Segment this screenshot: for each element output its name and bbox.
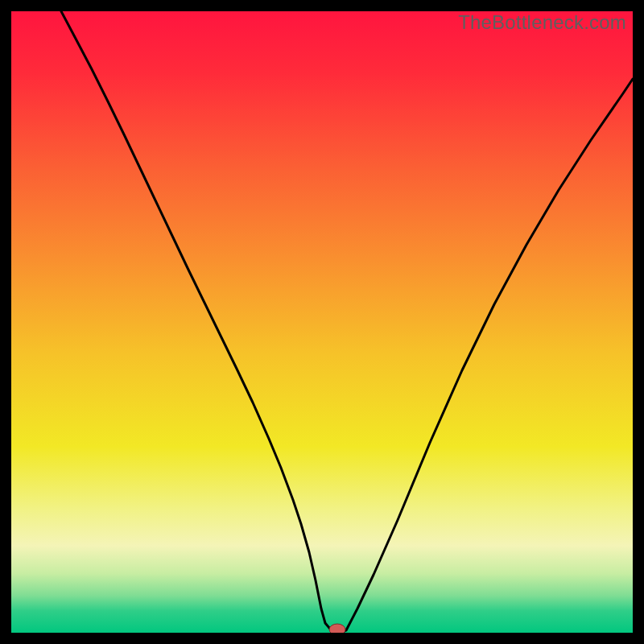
optimal-point-marker bbox=[329, 624, 345, 633]
bottleneck-chart bbox=[11, 11, 633, 633]
watermark-text: TheBottleneck.com bbox=[458, 11, 626, 34]
gradient-background bbox=[11, 11, 633, 633]
chart-frame: TheBottleneck.com bbox=[11, 11, 633, 633]
